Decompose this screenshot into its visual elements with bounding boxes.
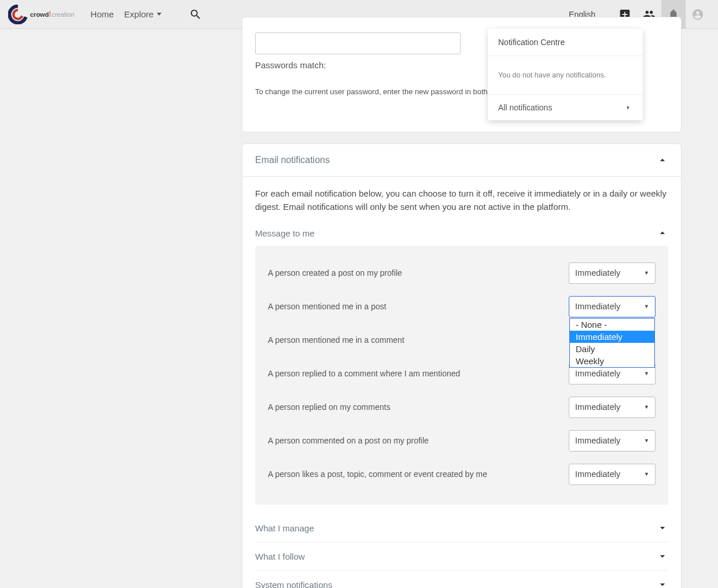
caret-down-icon: ▼	[644, 371, 649, 376]
section-what-i-follow[interactable]: What I follow	[255, 542, 668, 570]
email-panel-body: For each email notification below, you c…	[242, 177, 681, 507]
chevron-right-icon	[624, 103, 632, 112]
email-notifications-title: Email notifications	[255, 155, 330, 165]
caret-down-icon: ▼	[644, 304, 649, 309]
option-daily[interactable]: Daily	[570, 343, 654, 355]
email-notifications-card: Email notifications For each email notif…	[242, 143, 682, 588]
setting-row: A person commented on a post on my profi…	[268, 424, 656, 457]
setting-label: A person created a post on my profile	[268, 268, 402, 278]
frequency-select[interactable]: Immediately ▼	[569, 262, 656, 284]
setting-row: A person likes a post, topic, comment or…	[268, 457, 656, 491]
setting-label: A person replied on my comments	[268, 402, 391, 412]
message-to-me-toggle[interactable]: Message to me	[255, 224, 668, 246]
email-notifications-toggle[interactable]: Email notifications	[242, 144, 681, 177]
search-button[interactable]	[189, 8, 202, 21]
frequency-select[interactable]: Immediately ▼	[569, 430, 656, 452]
confirm-password-input[interactable]	[255, 32, 461, 54]
frequency-select[interactable]: Immediately ▼	[569, 397, 656, 418]
chevron-up-icon	[657, 227, 668, 239]
notification-dropdown: Notification Centre You do not have any …	[488, 29, 643, 120]
setting-label: A person mentioned me in a post	[268, 302, 386, 311]
account-button[interactable]	[686, 0, 710, 29]
notification-dropdown-title: Notification Centre	[488, 29, 643, 56]
chevron-up-icon	[657, 154, 668, 166]
frequency-select[interactable]: Immediately ▼ - None - Immediately Daily…	[569, 296, 656, 317]
setting-row: A person replied on my comments Immediat…	[268, 390, 656, 424]
section-label: What I manage	[255, 523, 314, 533]
select-value: Immediately	[575, 469, 620, 479]
setting-label: A person likes a post, topic, comment or…	[268, 469, 487, 479]
caret-down-icon: ▼	[644, 438, 649, 443]
main-nav: Home Explore	[91, 9, 162, 19]
select-value: Immediately	[575, 436, 620, 445]
chevron-down-icon	[657, 550, 668, 562]
section-label: What I follow	[255, 552, 305, 561]
message-to-me-title: Message to me	[255, 228, 315, 238]
caret-down-icon	[157, 13, 161, 16]
notification-dropdown-empty: You do not have any notifications.	[488, 56, 643, 94]
caret-down-icon: ▼	[644, 471, 649, 477]
logo[interactable]: crowd creation	[8, 5, 75, 24]
setting-row: A person created a post on my profile Im…	[268, 256, 656, 290]
chevron-down-icon	[657, 579, 668, 588]
collapsed-sections: What I manage What I follow System notif…	[242, 507, 681, 588]
option-none[interactable]: - None -	[570, 319, 654, 331]
caret-down-icon: ▼	[644, 404, 649, 410]
section-system-notifications[interactable]: System notifications	[255, 570, 668, 588]
select-value: Immediately	[575, 369, 620, 378]
section-label: System notifications	[255, 580, 332, 589]
setting-label: A person mentioned me in a comment	[268, 335, 404, 345]
nav-explore-label: Explore	[124, 9, 154, 19]
chevron-down-icon	[657, 522, 668, 534]
email-intro-text: For each email notification below, you c…	[255, 187, 668, 213]
nav-explore[interactable]: Explore	[124, 9, 162, 19]
caret-down-icon: ▼	[644, 270, 649, 276]
setting-label: A person replied to a comment where I am…	[268, 369, 460, 378]
select-value: Immediately	[575, 302, 620, 311]
all-notifications-label: All notifications	[498, 103, 552, 112]
brand-text: crowd creation	[30, 11, 75, 18]
all-notifications-link[interactable]: All notifications	[488, 94, 643, 120]
setting-label: A person commented on a post on my profi…	[268, 436, 429, 445]
frequency-options: - None - Immediately Daily Weekly	[569, 318, 655, 368]
frequency-select[interactable]: Immediately ▼	[569, 464, 656, 485]
section-what-i-manage[interactable]: What I manage	[255, 507, 668, 542]
setting-row: A person mentioned me in a post Immediat…	[268, 290, 656, 323]
select-value: Immediately	[575, 402, 620, 412]
option-immediately[interactable]: Immediately	[570, 331, 654, 343]
select-value: Immediately	[575, 268, 620, 278]
message-to-me-settings: A person created a post on my profile Im…	[255, 246, 668, 505]
nav-home[interactable]: Home	[91, 9, 114, 19]
option-weekly[interactable]: Weekly	[570, 355, 654, 367]
